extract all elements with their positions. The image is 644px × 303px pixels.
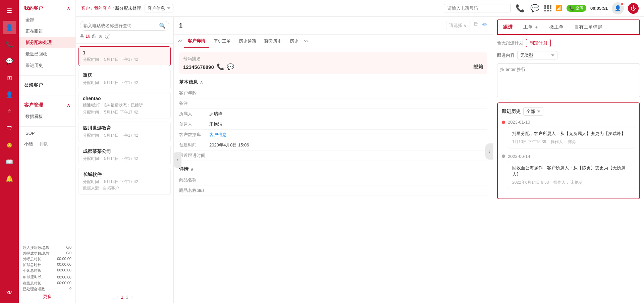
search-input[interactable] [84, 23, 156, 28]
my-customer-label: 我的客户 [24, 5, 43, 11]
power-button[interactable]: ⏻ [628, 3, 639, 14]
avatar-notification-dot [621, 2, 624, 6]
user-circle-icon[interactable]: 👤 [3, 88, 16, 101]
flag-icon[interactable]: 自 [3, 105, 16, 118]
field-database-value[interactable]: 客户信息 [209, 132, 227, 138]
make-plan-button[interactable]: 制定计划 [526, 39, 551, 47]
bell-icon[interactable]: 🔔 [3, 172, 16, 185]
history-dot-1 [502, 155, 505, 158]
customer-card-5[interactable]: 长城软件 分配时间： 5月14日 下午17:42 数据来源：自拓客户 [78, 168, 171, 195]
phone-input[interactable] [444, 4, 511, 12]
detail-section-collapse[interactable]: ∧ [191, 167, 194, 172]
sms-icon[interactable]: 💬 [227, 63, 234, 71]
book-icon[interactable]: 📖 [3, 155, 16, 169]
nav-item-following[interactable]: 正在跟进 [19, 26, 75, 37]
history-section: → 跟进历史 全部 2023-01-10 [497, 102, 640, 199]
copy-icon[interactable]: ⧉ [474, 21, 478, 30]
panels: 🔍 共 16 条 ⊘ ? 1 分配时间： [76, 17, 644, 303]
history-date-0: 2023-01-10 [508, 120, 530, 125]
status-label: 空闲 [576, 5, 584, 11]
tab-chat-history[interactable]: 聊天历史 [260, 35, 286, 48]
tab-history[interactable]: 历史 [286, 35, 303, 48]
nav-stats: 呼入接听数/总数0/0 外呼成功数/总数0/0 外呼总时长00:00:00 忙碌… [19, 241, 75, 303]
total-count: 16 [86, 34, 90, 39]
breadcrumb-my-customer[interactable]: 我的客户 [94, 5, 111, 11]
stat-inbound-label: 呼入接听数/总数 [23, 245, 50, 250]
history-item-1: 2022-06-14 回收至公海操作，客户所属人：从【陈勇】变更为【无所属人】 … [502, 154, 635, 189]
total-label: 共 [80, 34, 84, 39]
field-owner-value: 罗瑞峰 [209, 111, 222, 117]
tab-history-calls[interactable]: 历史通话 [235, 35, 260, 48]
more-button[interactable]: 更多 [23, 294, 71, 300]
tab-prev-arrow[interactable]: << [176, 39, 184, 44]
customer-card-3[interactable]: 四川世游教育 分配时间： 5月14日 下午17:42 [78, 122, 171, 142]
followup-content: 暂无跟进计划 制定计划 ← 跟进内容 无类型 [493, 35, 644, 303]
phone-call-icon[interactable]: 📞 [515, 3, 526, 14]
tab-next-arrow[interactable]: >> [303, 39, 310, 44]
phone-icon[interactable]: 📞 [3, 38, 16, 51]
page-2-button[interactable]: 2 [126, 295, 128, 300]
content-label: 跟进内容 [497, 52, 515, 58]
breadcrumb-customer[interactable]: 客户 [81, 5, 90, 11]
phone-info-section: 号码描述 12345678890 📞 💬 邮箱 [179, 52, 487, 74]
please-select-dropdown[interactable]: 请选择 ∨ [446, 21, 470, 30]
nav-item-sop[interactable]: SOP [19, 128, 75, 138]
search-icon[interactable]: 🔍 [159, 23, 166, 29]
next-page-button[interactable]: › [131, 295, 132, 300]
customer-stats-2: 接通/拨打：3/4 最后状态：已接听 [83, 102, 166, 108]
tab-own-order[interactable]: 自有工单弹屏 [569, 20, 608, 35]
field-product-label: 商品名称 [179, 177, 209, 183]
field-creator: 创建人 宋艳洁 [179, 119, 487, 130]
history-filter-select[interactable]: 全部 [523, 107, 543, 116]
tab-history-orders[interactable]: 历史工单 [209, 35, 235, 48]
history-label: 跟进历史 [502, 109, 521, 115]
nav-item-recently-recalled[interactable]: 最近已回收 [19, 48, 75, 60]
followup-textarea[interactable] [497, 63, 640, 97]
filter-icon[interactable]: ⊘ [99, 34, 102, 39]
customer-card-1[interactable]: 重庆 分配时间： 5月14日 下午17:42 [78, 69, 171, 89]
basic-info-collapse[interactable]: ∧ [200, 80, 203, 85]
nav-item-all[interactable]: 全部 [19, 14, 75, 26]
list-panel-header: 🔍 共 16 条 ⊘ ? [76, 17, 173, 44]
tab-mini-order[interactable]: 微工单 [544, 20, 569, 35]
customer-mgmt-header[interactable]: 客户管理 ∧ [19, 99, 75, 111]
customer-time-2: 分配时间： 5月14日 下午17:42 [83, 110, 166, 115]
filter-row: 共 16 条 ⊘ ? [80, 33, 169, 39]
customer-card-2[interactable]: chentao 接通/拨打：3/4 最后状态：已接听 分配时间： 5月14日 下… [78, 92, 171, 119]
apps-grid-icon[interactable] [544, 5, 552, 11]
phone-call-icon-detail[interactable]: 📞 [217, 63, 224, 71]
tab-customer-detail[interactable]: 客户详情 [184, 35, 209, 48]
help-icon[interactable]: ? [105, 34, 110, 39]
tab-work-order[interactable]: 工单 ＋ [518, 20, 544, 35]
breadcrumb-current: 新分配未处理 [115, 5, 141, 11]
stat-online-value: 00:00:00 [57, 281, 71, 286]
content-type-select[interactable]: 无类型 [517, 51, 557, 59]
customer-icon[interactable]: 👤 [3, 21, 16, 34]
stat-status-label: 状态时长 [27, 274, 42, 279]
customer-card-0[interactable]: 1 分配时间： 5月14日 下午17:42 [78, 46, 171, 66]
nav-item-follow-history[interactable]: 跟进历史 [19, 60, 75, 71]
left-side-toggle[interactable]: ‹ [174, 152, 181, 168]
customer-time-3: 分配时间： 5月14日 下午17:42 [83, 133, 166, 138]
plan-btn-area: 制定计划 ← [526, 39, 551, 47]
shield-icon[interactable]: 🛡 [3, 122, 16, 135]
nav-item-dashboard[interactable]: 数据看板 [19, 111, 75, 122]
stat-break-value: 00:00:00 [57, 268, 71, 273]
field-creator-value: 宋艳洁 [209, 121, 222, 127]
menu-icon[interactable]: ☰ [3, 4, 16, 17]
nav-item-new-unhandled[interactable]: 新分配未处理 [19, 37, 75, 48]
right-side-toggle[interactable]: ‹ [493, 143, 493, 160]
edit-icon[interactable]: ✏ [482, 21, 487, 30]
avatar[interactable]: 👤 [612, 2, 624, 14]
customer-card-4[interactable]: 成都某某公司 分配时间： 5月14日 下午17:42 [78, 145, 171, 165]
face-icon[interactable]: 😊 [3, 138, 16, 152]
page-1-button[interactable]: 1 [121, 295, 123, 300]
field-database: 客户数据库 客户信息 [179, 130, 487, 140]
apps-icon[interactable]: ⊞ [3, 71, 16, 85]
my-customer-header[interactable]: 我的客户 ∧ [19, 3, 75, 14]
customer-info-select[interactable]: 客户信息 [145, 4, 173, 12]
message-icon[interactable]: 💬 [530, 3, 540, 14]
chat-icon[interactable]: 💬 [3, 54, 16, 68]
tab-follow[interactable]: 跟进 [498, 20, 518, 35]
prev-page-button[interactable]: ‹ [117, 295, 118, 300]
